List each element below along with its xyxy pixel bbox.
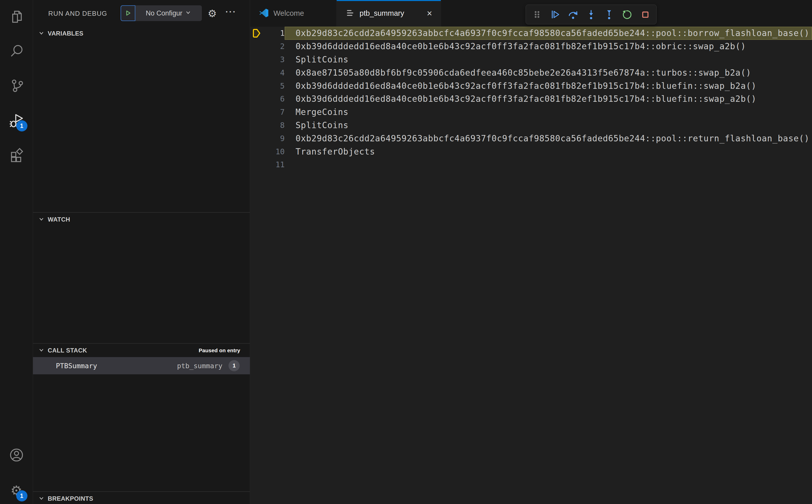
activity-item-accounts[interactable] [9,448,24,463]
step-out-button[interactable] [602,7,616,22]
close-icon[interactable]: × [427,9,432,18]
extensions-icon [9,147,24,163]
tab-ptb-summary[interactable]: ptb_summary × [337,0,441,27]
code-line[interactable]: 6 0xb39d6dddedd16ed8a40ce0b1e6b43c92acf0… [250,92,812,106]
breakpoint-gutter[interactable] [250,158,268,171]
debug-count-badge: 1 [16,120,27,131]
settings-count-badge: 1 [16,490,27,501]
start-debugging-button[interactable] [121,5,135,21]
code-line[interactable]: 10 TransferObjects [250,145,812,158]
stack-frame-line-badge: 1 [228,360,240,371]
source-control-icon [9,78,24,94]
launch-configuration-control[interactable]: No Configur [121,5,202,21]
code-text[interactable]: 0xb29d83c26cdd2a64959263abbcfc4a6937f0c9… [285,132,812,145]
code-text[interactable]: SplitCoins [285,53,812,66]
configuration-dropdown[interactable]: No Configur [135,5,202,21]
breakpoint-gutter[interactable] [250,145,268,158]
code-line[interactable]: 11 [250,158,812,171]
breakpoint-gutter[interactable] [250,40,268,53]
code-text[interactable]: 0x8ae871505a80d8bf6bf9c05906cda6edfeea46… [285,66,812,79]
breakpoint-gutter[interactable] [250,132,268,145]
line-number: 9 [268,134,285,143]
call-stack-section-label: CALL STACK [48,347,87,354]
continue-button[interactable] [548,7,562,22]
breakpoints-section-label: BREAKPOINTS [48,495,93,502]
watch-section-header[interactable]: WATCH [33,213,250,226]
breakpoint-gutter[interactable] [250,92,268,106]
current-stack-frame-arrow-icon [252,28,261,38]
account-icon [9,447,24,464]
breakpoint-gutter[interactable] [250,119,268,132]
code-line[interactable]: 9 0xb29d83c26cdd2a64959263abbcfc4a6937f0… [250,132,812,145]
activity-item-source-control[interactable] [9,78,24,94]
editor-group: Welcome ptb_summary × 1 [250,0,812,504]
code-line[interactable]: 8 SplitCoins [250,119,812,132]
toolbar-drag-gripper[interactable] [530,7,544,22]
code-text[interactable]: 0xb29d83c26cdd2a64959263abbcfc4a6937f0c9… [285,27,812,40]
code-line[interactable]: 4 0x8ae871505a80d8bf6bf9c05906cda6edfeea… [250,66,812,79]
line-number: 4 [268,68,285,77]
code-text[interactable]: MergeCoins [285,106,812,119]
line-number: 8 [268,121,285,130]
chevron-down-icon [38,30,45,37]
code-text[interactable]: 0xb39d6dddedd16ed8a40ce0b1e6b43c92acf0ff… [285,40,812,53]
variables-section-header[interactable]: VARIABLES [33,27,250,40]
stack-frame-source: ptb_summary [177,362,222,370]
step-into-button[interactable] [584,7,598,22]
code-text[interactable]: SplitCoins [285,119,812,132]
code-text[interactable]: 0xb39d6dddedd16ed8a40ce0b1e6b43c92acf0ff… [285,92,812,106]
variables-section-label: VARIABLES [48,30,84,37]
line-number: 6 [268,94,285,103]
breakpoint-gutter[interactable] [250,106,268,119]
breakpoints-section-header[interactable]: BREAKPOINTS [33,492,250,504]
gripper-dots-icon [532,9,543,20]
tab-welcome[interactable]: Welcome [250,0,337,27]
code-text[interactable]: 0xb39d6dddedd16ed8a40ce0b1e6b43c92acf0ff… [285,79,812,92]
vscode-logo-icon [259,8,269,19]
step-over-button[interactable] [566,7,580,22]
breakpoint-gutter[interactable] [250,27,268,40]
paused-status-text: Paused on entry [199,347,240,354]
search-icon [9,43,24,60]
code-line[interactable]: 3 SplitCoins [250,53,812,66]
debug-toolbar [526,5,657,24]
activity-item-explorer[interactable] [9,9,24,25]
views-and-more-actions-button[interactable]: ··· [225,7,236,17]
activity-item-settings[interactable]: ⚙ 1 [9,483,24,498]
step-into-icon [586,9,597,20]
stop-button[interactable] [638,7,652,22]
sidebar-title-row: RUN AND DEBUG No Configur ⚙ ··· [33,0,250,27]
open-launch-json-gear-icon[interactable]: ⚙ [208,8,217,19]
watch-section: WATCH [33,212,250,343]
activity-item-search[interactable] [9,44,24,59]
breakpoint-gutter[interactable] [250,66,268,79]
code-text[interactable] [285,158,812,171]
chevron-down-icon [38,347,45,354]
restart-icon [622,9,633,20]
code-text[interactable]: TransferObjects [285,145,812,158]
continue-icon [550,9,561,20]
breakpoints-section: BREAKPOINTS [33,491,250,504]
activity-item-extensions[interactable] [9,147,24,163]
sidebar-title: RUN AND DEBUG [48,9,107,17]
code-editor[interactable]: 1 0xb29d83c26cdd2a64959263abbcfc4a6937f0… [250,27,812,171]
call-stack-section: CALL STACK Paused on entry PTBSummary pt… [33,343,250,491]
activity-bar: 1 [0,0,33,504]
call-stack-frame-row[interactable]: PTBSummary ptb_summary 1 [33,357,250,374]
stop-icon [640,9,651,20]
activity-item-run-and-debug[interactable]: 1 [9,113,24,128]
code-line[interactable]: 7 MergeCoins [250,106,812,119]
files-icon [9,9,24,25]
chevron-down-icon [185,9,191,18]
code-line[interactable]: 2 0xb39d6dddedd16ed8a40ce0b1e6b43c92acf0… [250,40,812,53]
code-line[interactable]: 1 0xb29d83c26cdd2a64959263abbcfc4a6937f0… [250,27,812,40]
line-number: 3 [268,55,285,64]
step-over-icon [568,9,579,20]
call-stack-section-header[interactable]: CALL STACK Paused on entry [33,344,250,357]
breakpoint-gutter[interactable] [250,53,268,66]
code-line[interactable]: 5 0xb39d6dddedd16ed8a40ce0b1e6b43c92acf0… [250,79,812,92]
chevron-down-icon [38,495,45,502]
breakpoint-gutter[interactable] [250,79,268,92]
watch-section-label: WATCH [48,216,70,223]
restart-button[interactable] [620,7,634,22]
